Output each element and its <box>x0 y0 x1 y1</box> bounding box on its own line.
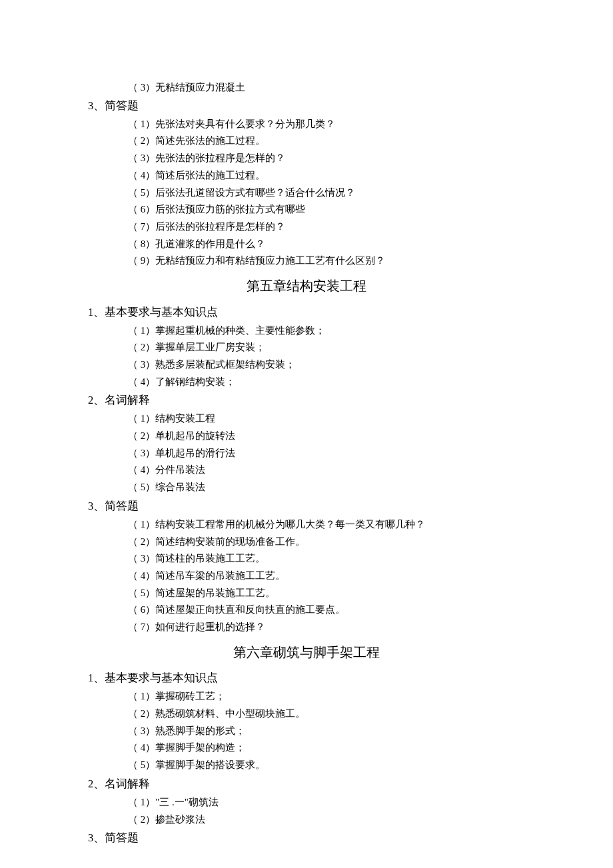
list-item: （ 4）简述后张法的施工过程。 <box>87 168 526 184</box>
list-item: （ 5）掌握脚手架的搭设要求。 <box>87 757 526 773</box>
list-item: （ 9）无粘结预应力和有粘结预应力施工工艺有什么区别？ <box>87 253 526 269</box>
list-item: （ 2）简述结构安装前的现场准备工作。 <box>87 534 526 550</box>
list-item: （ 8）孔道灌浆的作用是什么？ <box>87 236 526 252</box>
section-heading: 3、简答题 <box>87 498 526 515</box>
chapter-heading: 第五章结构安装工程 <box>87 276 526 297</box>
list-item: （ 7）后张法的张拉程序是怎样的？ <box>87 219 526 235</box>
list-item: （ 3）先张法的张拉程序是怎样的？ <box>87 151 526 167</box>
list-item: （ 3）单机起吊的滑行法 <box>87 446 526 462</box>
list-item: （ 1）结构安装工程 <box>87 411 526 427</box>
chapter-heading: 第六章砌筑与脚手架工程 <box>87 642 526 663</box>
list-item: （ 3）熟悉脚手架的形式； <box>87 723 526 739</box>
section-heading: 3、简答题 <box>87 829 526 847</box>
list-item: （ 3）熟悉多层装配式框架结构安装； <box>87 357 526 373</box>
list-item: （ 2）掌握单层工业厂房安装； <box>87 340 526 356</box>
section-heading: 1、基本要求与基本知识点 <box>87 669 526 687</box>
list-item: （ 4）分件吊装法 <box>87 462 526 478</box>
section-heading: 3、简答题 <box>87 97 526 115</box>
list-item: （ 6）简述屋架正向扶直和反向扶直的施工要点。 <box>87 602 526 618</box>
list-item: （ 4）掌握脚手架的构造； <box>87 740 526 756</box>
list-item: （ 4）简述吊车梁的吊装施工工艺。 <box>87 568 526 584</box>
list-item: （ 1）结构安装工程常用的机械分为哪几大类？每一类又有哪几种？ <box>87 517 526 533</box>
list-item: （ 5）综合吊装法 <box>87 480 526 496</box>
list-item: （ 4）了解钢结构安装； <box>87 374 526 390</box>
list-item: （ 7）如何进行起重机的选择？ <box>87 620 526 636</box>
list-item: （ 1）"三 .一"砌筑法 <box>87 795 526 811</box>
list-item: （ 1）掌握砌砖工艺； <box>87 689 526 705</box>
list-item: （ 6）后张法预应力筋的张拉方式有哪些 <box>87 202 526 218</box>
list-item: （ 3）无粘结预应力混凝土 <box>87 80 526 96</box>
list-item: （ 1）先张法对夹具有什么要求？分为那几类？ <box>87 117 526 133</box>
list-item: （ 5）简述屋架的吊装施工工艺。 <box>87 586 526 602</box>
list-item: （ 2）掺盐砂浆法 <box>87 812 526 828</box>
list-item: （ 2）熟悉砌筑材料、中小型砌块施工。 <box>87 706 526 722</box>
list-item: （ 2）单机起吊的旋转法 <box>87 428 526 444</box>
section-heading: 2、名词解释 <box>87 775 526 793</box>
list-item: （ 1）掌握起重机械的种类、主要性能参数； <box>87 323 526 339</box>
list-item: （ 5）后张法孔道留设方式有哪些？适合什么情况？ <box>87 185 526 201</box>
list-item: （ 2）简述先张法的施工过程。 <box>87 133 526 149</box>
list-item: （ 3）简述柱的吊装施工工艺。 <box>87 551 526 567</box>
section-heading: 2、名词解释 <box>87 392 526 409</box>
section-heading: 1、基本要求与基本知识点 <box>87 304 526 321</box>
